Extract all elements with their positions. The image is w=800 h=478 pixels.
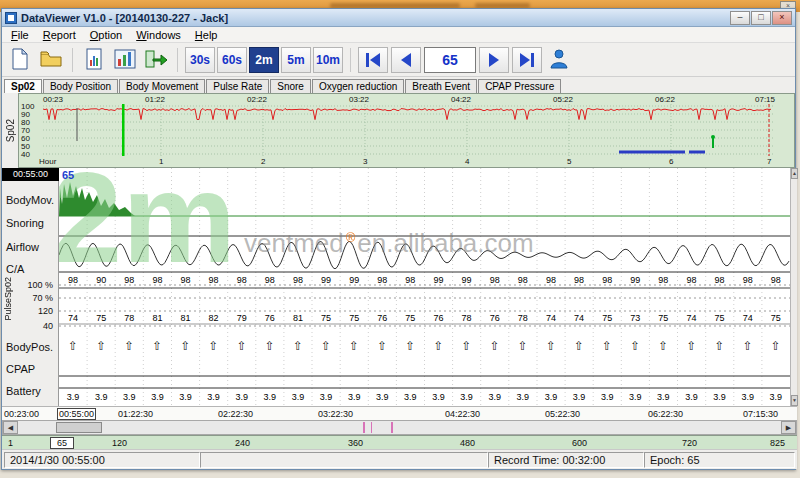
- value: 98: [537, 275, 565, 285]
- title-bar[interactable]: DataViewer V1.0 - [20140130-227 - Jack] …: [2, 9, 795, 27]
- tab-breath-event[interactable]: Breath Event: [405, 79, 477, 93]
- app-icon: [5, 12, 17, 24]
- previous-epoch-button[interactable]: [391, 47, 421, 73]
- timeline-scrollbar[interactable]: ◀ ▶: [2, 420, 797, 435]
- value: 99: [453, 275, 481, 285]
- epoch-number-input[interactable]: [424, 47, 476, 73]
- value: 75: [762, 313, 790, 323]
- menu-item-help[interactable]: Help: [188, 28, 225, 42]
- value: 76: [481, 313, 509, 323]
- menu-item-file[interactable]: File: [4, 28, 36, 42]
- tab-body-position[interactable]: Body Position: [43, 79, 118, 93]
- timeline-label: 07:15:30: [743, 409, 778, 419]
- minimize-button[interactable]: –: [730, 11, 750, 25]
- overview-y-axis-label: Sp02: [5, 119, 16, 142]
- pulse-scale-tick: 100 %: [27, 280, 53, 290]
- timeline-labels: 00:23:0000:55:0001:22:3002:22:3003:22:30…: [2, 406, 797, 420]
- export-button[interactable]: [142, 46, 170, 74]
- value: 3.9: [312, 392, 340, 402]
- new-record-button[interactable]: [6, 46, 34, 74]
- menu-item-report[interactable]: Report: [36, 28, 83, 42]
- scroll-left-icon[interactable]: ◀: [3, 421, 18, 434]
- chart-button[interactable]: [111, 46, 139, 74]
- tab-snore[interactable]: Snore: [270, 79, 311, 93]
- bodypos-arrow-icon: ⇧: [284, 339, 312, 354]
- toolbar-separator: [177, 48, 178, 72]
- menu-item-option[interactable]: Option: [83, 28, 129, 42]
- value: 3.9: [565, 392, 593, 402]
- toolbar-separator: [350, 48, 351, 72]
- report-button[interactable]: [80, 46, 108, 74]
- timeline-label: 03:22:30: [318, 409, 353, 419]
- tab-cpap-pressure[interactable]: CPAP Pressure: [478, 79, 561, 93]
- value: 98: [59, 275, 87, 285]
- value: 98: [734, 275, 762, 285]
- time-scale-button-10m[interactable]: 10m: [313, 47, 343, 73]
- toolbar: 30s60s2m5m10m: [2, 43, 795, 77]
- menu-item-windows[interactable]: Windows: [129, 28, 188, 42]
- overview-plot: [19, 94, 794, 167]
- bodypos-arrow-icon: ⇧: [481, 339, 509, 354]
- bodypos-arrow-icon: ⇧: [59, 339, 87, 354]
- overview-chart[interactable]: 00:2301:2202:2203:2204:2205:2206:2207:15…: [18, 93, 795, 168]
- bodypos-arrow-icon: ⇧: [706, 339, 734, 354]
- value: 78: [453, 313, 481, 323]
- overview-time-label: 03:22: [349, 95, 369, 104]
- maximize-button[interactable]: □: [751, 11, 771, 25]
- bodypos-arrow-icon: ⇧: [593, 339, 621, 354]
- bodypos-arrow-icon: ⇧: [340, 339, 368, 354]
- epoch-scale-number: 65: [50, 437, 74, 449]
- row-label-airflow: Airflow: [6, 241, 39, 253]
- value: 78: [509, 313, 537, 323]
- first-epoch-button[interactable]: [358, 47, 388, 73]
- time-scale-button-60s[interactable]: 60s: [217, 47, 247, 73]
- value: 3.9: [284, 392, 312, 402]
- epoch-scale-number: 360: [348, 438, 363, 448]
- last-epoch-button[interactable]: [512, 47, 542, 73]
- tab-oxygen-reduction[interactable]: Oxygen reduction: [312, 79, 404, 93]
- value: 98: [171, 275, 199, 285]
- vertical-scrollbar[interactable]: ▲ ▼: [790, 168, 797, 406]
- current-epoch-time: 00:55:00: [2, 168, 59, 181]
- value: 98: [762, 275, 790, 285]
- main-chart[interactable]: 2m ventmed®en.alibaba.com 65 98909898989…: [59, 168, 790, 406]
- bodypos-arrow-icon: ⇧: [734, 339, 762, 354]
- value: 75: [87, 313, 115, 323]
- window-title: DataViewer V1.0 - [20140130-227 - Jack]: [21, 12, 228, 24]
- overview-time-label: 04:22: [451, 95, 471, 104]
- row-label-battery: Battery: [6, 385, 41, 397]
- bodypos-arrow-icon: ⇧: [621, 339, 649, 354]
- epoch-number-label: 65: [62, 169, 74, 181]
- value: 75: [706, 313, 734, 323]
- patient-button[interactable]: [545, 46, 573, 74]
- tab-body-movement[interactable]: Body Movement: [119, 79, 205, 93]
- tab-sp02[interactable]: Sp02: [4, 79, 42, 93]
- export-arrow-icon: [145, 49, 167, 71]
- time-scale-button-30s[interactable]: 30s: [185, 47, 215, 73]
- value: 98: [368, 275, 396, 285]
- open-file-button[interactable]: [37, 46, 65, 74]
- value: 75: [396, 313, 424, 323]
- value: 98: [256, 275, 284, 285]
- epoch-scale-number: 1: [8, 438, 13, 448]
- value: 98: [228, 275, 256, 285]
- value: 82: [200, 313, 228, 323]
- value: 79: [228, 313, 256, 323]
- next-epoch-button[interactable]: [479, 47, 509, 73]
- scroll-down-icon[interactable]: ▼: [791, 395, 798, 406]
- timeline-label: 00:23:00: [4, 409, 39, 419]
- bodypos-arrow-icon: ⇧: [228, 339, 256, 354]
- value: 81: [284, 313, 312, 323]
- scroll-right-icon[interactable]: ▶: [781, 421, 796, 434]
- time-scale-button-5m[interactable]: 5m: [281, 47, 311, 73]
- scroll-up-icon[interactable]: ▲: [791, 168, 798, 179]
- timeline-label: 01:22:30: [118, 409, 153, 419]
- close-button[interactable]: ×: [772, 11, 792, 25]
- main-plot: [59, 168, 790, 406]
- scrollbar-slider[interactable]: [56, 422, 102, 433]
- event-marker: [363, 422, 365, 433]
- time-scale-button-2m[interactable]: 2m: [249, 47, 279, 73]
- value: 3.9: [762, 392, 790, 402]
- bodypos-arrow-icon: ⇧: [115, 339, 143, 354]
- tab-pulse-rate[interactable]: Pulse Rate: [206, 79, 269, 93]
